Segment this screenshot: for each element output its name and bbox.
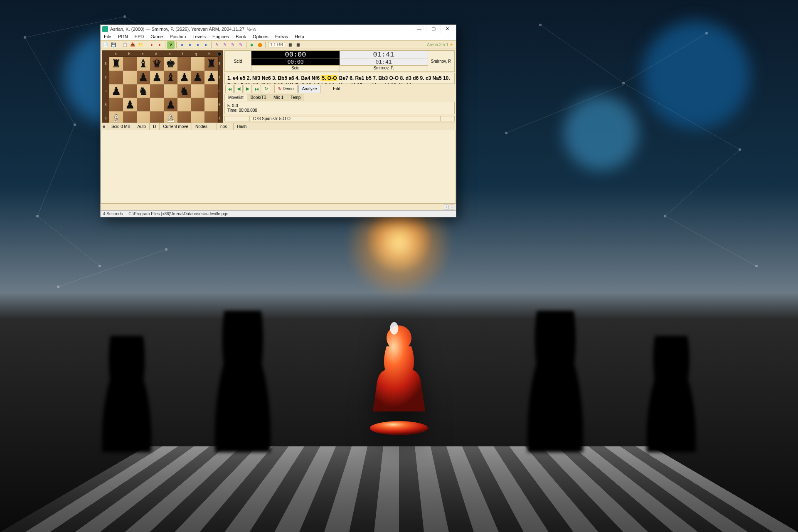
black-knight-icon[interactable]: ♞ [138,86,148,96]
square-e5[interactable]: ♟ [164,98,177,111]
loop-button[interactable]: ↻ [262,85,270,93]
square-a4[interactable]: ♗ [109,111,123,123]
square-c8[interactable]: ♝ [137,57,150,71]
status-auto[interactable]: Auto [134,123,150,130]
menu-book[interactable]: Book [232,33,249,40]
square-f7[interactable]: ♟ [177,71,191,84]
tool-blue3-icon[interactable]: ● [194,41,202,49]
square-g6[interactable] [191,84,205,98]
tool-grid1-icon[interactable]: ▦ [286,41,294,49]
status-d[interactable]: D [150,123,160,130]
menu-options[interactable]: Options [249,33,272,40]
black-bishop-icon[interactable]: ♝ [138,58,148,69]
square-d8[interactable]: ♛ [150,57,164,71]
chess-board[interactable]: abcdefgh 87654321 87654321 ♜♝♛♚♜♟♟♝♟♟♟♟♞… [102,50,223,123]
square-g5[interactable] [191,98,205,111]
square-a7[interactable] [109,71,123,84]
black-pawn-icon[interactable]: ♟ [125,99,135,110]
scroll-left-button[interactable]: ‹ [444,204,448,210]
tool-save-icon[interactable]: 💾 [110,41,117,49]
square-e7[interactable]: ♝ [164,71,177,84]
analyze-button[interactable]: Analyze [298,85,321,93]
square-c6[interactable]: ♞ [137,84,150,98]
square-d7[interactable]: ♟ [150,71,164,84]
square-b5[interactable]: ♟ [123,98,137,111]
square-f4[interactable] [177,111,191,123]
black-king-icon[interactable]: ♚ [166,58,175,69]
black-pawn-icon[interactable]: ♟ [166,99,175,110]
titlebar[interactable]: Asrian, K. (2000) — Smirnov, P. (2626), … [101,25,456,33]
tool-lev-icon[interactable]: ♦ [148,41,155,49]
square-e4[interactable]: ♙ [164,111,177,123]
square-c7[interactable]: ♟ [137,71,150,84]
status-menu-icon[interactable]: ≡ [101,123,108,130]
menu-levels[interactable]: Levels [189,33,209,40]
close-button[interactable]: ✕ [440,25,454,33]
board-squares[interactable]: ♜♝♛♚♜♟♟♝♟♟♟♟♞♞♟♟♗♙♘♙♙♙♙♙♙♙♖♘♗♕♖♔ [109,57,219,123]
square-a5[interactable] [109,98,123,111]
tab-mix-1[interactable]: Mix 1 [270,94,287,101]
tool-blue4-icon[interactable]: ● [202,41,209,49]
tool-blue2-icon[interactable]: ● [186,41,194,49]
square-b6[interactable] [123,84,137,98]
white-pawn-icon[interactable]: ♙ [166,113,175,122]
black-pawn-icon[interactable]: ♟ [138,72,148,83]
tool-lev2-icon[interactable]: ♦ [156,41,163,49]
next-move-button[interactable]: ▶ [244,85,252,93]
tab-temp[interactable]: Temp [287,94,304,101]
square-b7[interactable] [123,71,137,84]
tool-paste-icon[interactable]: 📥 [129,41,136,49]
tool-blue1-icon[interactable]: ● [178,41,186,49]
square-h7[interactable]: ♟ [204,71,218,84]
square-h5[interactable] [204,98,218,111]
menu-help[interactable]: Help [291,33,308,40]
tool-pen-icon[interactable]: ✎ [213,41,221,49]
white-bishop-icon[interactable]: ♗ [111,113,121,122]
square-b4[interactable] [123,111,137,123]
square-d4[interactable] [150,111,164,123]
square-c4[interactable] [137,111,150,123]
move-list[interactable]: 1. e4 e5 2. Nf3 Nc6 3. Bb5 a6 4. Ba4 Nf6… [224,73,455,84]
square-f8[interactable] [177,57,191,71]
scroll-right-button[interactable]: › [450,204,454,210]
tool-new-icon[interactable]: 📄 [102,41,109,49]
black-pawn-icon[interactable]: ♟ [111,86,121,96]
square-e8[interactable]: ♚ [164,57,177,71]
tool-pen-icon[interactable]: ✎ [237,41,244,49]
last-move-button[interactable]: ⏭ [253,85,261,93]
tool-folder-icon[interactable]: 📁 [137,41,144,49]
black-pawn-icon[interactable]: ♟ [193,72,202,83]
square-h6[interactable] [204,84,218,98]
maximize-button[interactable]: ▢ [426,25,440,33]
black-queen-icon[interactable]: ♛ [152,58,162,69]
black-rook-icon[interactable]: ♜ [207,58,216,69]
menu-position[interactable]: Position [166,33,189,40]
menu-epd[interactable]: EPD [131,33,148,40]
black-pawn-icon[interactable]: ♟ [180,72,189,83]
tool-green-icon[interactable]: ◆ [248,41,256,49]
square-c5[interactable] [137,98,150,111]
square-f6[interactable]: ♞ [177,84,191,98]
tool-copy-icon[interactable]: 📋 [121,41,128,49]
tool-orange-icon[interactable]: ⬤ [256,41,264,49]
menu-engines[interactable]: Engines [209,33,232,40]
square-g8[interactable] [191,57,205,71]
first-move-button[interactable]: ⏮ [225,85,234,93]
edit-button[interactable]: Edit [330,85,343,93]
minimize-button[interactable]: — [412,25,426,33]
menu-file[interactable]: File [101,33,115,40]
square-h8[interactable]: ♜ [204,57,218,71]
tab-movelist[interactable]: Movelist [224,94,247,101]
tool-var-icon[interactable]: V [167,41,175,49]
square-a8[interactable]: ♜ [109,57,123,71]
black-knight-icon[interactable]: ♞ [180,86,189,96]
square-d6[interactable] [150,84,164,98]
square-a6[interactable]: ♟ [109,84,123,98]
prev-move-button[interactable]: ◀ [234,85,243,93]
square-b8[interactable] [123,57,137,71]
tab-book-tb[interactable]: Book/TB [247,94,270,101]
square-f5[interactable] [177,98,191,111]
square-h4[interactable] [204,111,218,123]
square-d5[interactable] [150,98,164,111]
black-bishop-icon[interactable]: ♝ [166,72,175,83]
